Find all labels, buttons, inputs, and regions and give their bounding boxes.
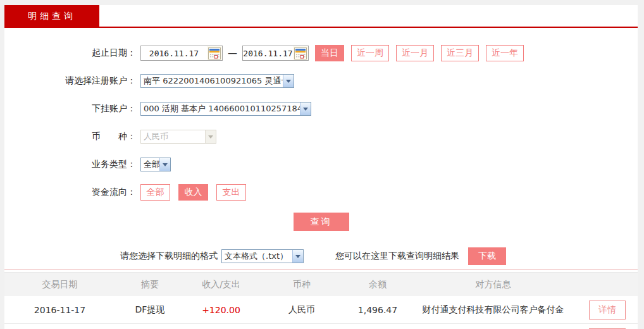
sub-account-select[interactable]: 000 活期 基本户 1406600101102571848 <box>140 102 311 116</box>
quick-range-today-button[interactable]: 当日 <box>315 45 344 61</box>
tab-detail-query[interactable]: 明细查询 <box>4 5 99 28</box>
download-row: 请您选择下载明细的格式 文本格式（.txt） 您可以在这里下载查询明细结果 下载 <box>4 247 638 265</box>
table-row-partial: 详情 <box>4 324 638 329</box>
quick-range-3months-button[interactable]: 近三月 <box>441 45 479 61</box>
end-date-input[interactable]: 2016.11.17 <box>242 46 309 61</box>
start-date-value[interactable]: 2016.11.17 <box>141 49 207 58</box>
currency-row: 币 种： 人民币 <box>4 128 638 145</box>
register-account-value[interactable]: 南平 6222001406100921065 灵通卡 <box>141 75 283 87</box>
cell-balance: 1,496.47 <box>346 305 409 315</box>
currency-label: 币 种： <box>4 131 136 142</box>
results-table: 交易日期 摘要 收入/支出 币种 余额 对方信息 2016-11-17 DF提现… <box>4 272 638 329</box>
currency-select: 人民币 <box>140 130 216 144</box>
section-divider <box>4 269 638 270</box>
calendar-icon[interactable] <box>207 46 222 60</box>
date-range-separator: — <box>228 47 237 59</box>
table-row: 2016-11-17 DF提现 +120.00 人民币 1,496.47 财付通… <box>4 296 638 324</box>
header-summary: 摘要 <box>115 279 185 290</box>
fund-flow-label: 资金流向： <box>4 187 136 198</box>
table-header-row: 交易日期 摘要 收入/支出 币种 余额 对方信息 <box>4 272 638 296</box>
header-amount: 收入/支出 <box>185 279 257 290</box>
start-date-input[interactable]: 2016.11.17 <box>140 46 223 61</box>
query-button[interactable]: 查询 <box>294 213 349 231</box>
fund-flow-expense-button[interactable]: 支出 <box>216 184 246 201</box>
header-currency: 币种 <box>257 279 346 290</box>
dropdown-arrow-icon[interactable] <box>300 102 311 115</box>
calendar-icon[interactable] <box>293 46 308 60</box>
date-range-row: 起止日期： 2016.11.17 <box>4 45 638 61</box>
header-date: 交易日期 <box>4 279 115 290</box>
business-type-row: 业务类型： 全部 <box>4 156 638 173</box>
register-account-label: 请选择注册账户： <box>4 75 136 87</box>
dropdown-arrow-icon[interactable] <box>159 158 170 171</box>
cell-date: 2016-11-17 <box>4 305 115 315</box>
sub-account-value[interactable]: 000 活期 基本户 1406600101102571848 <box>141 103 300 115</box>
business-type-label: 业务类型： <box>4 159 136 170</box>
cell-summary: DF提现 <box>115 304 185 316</box>
header-balance: 余额 <box>346 279 409 290</box>
download-format-value[interactable]: 文本格式（.txt） <box>222 251 292 262</box>
sub-account-row: 下挂账户： 000 活期 基本户 1406600101102571848 <box>4 101 638 117</box>
quick-range-month-button[interactable]: 近一月 <box>396 45 434 61</box>
business-type-select[interactable]: 全部 <box>140 158 171 171</box>
register-account-select[interactable]: 南平 6222001406100921065 灵通卡 <box>140 74 294 88</box>
query-button-row: 查询 <box>4 213 638 231</box>
quick-range-week-button[interactable]: 近一周 <box>351 45 389 61</box>
sub-account-label: 下挂账户： <box>4 103 136 115</box>
download-format-label: 请您选择下载明细的格式 <box>120 251 218 262</box>
download-format-select[interactable]: 文本格式（.txt） <box>221 249 304 263</box>
fund-flow-row: 资金流向： 全部 收入 支出 <box>4 184 638 201</box>
detail-button[interactable]: 详情 <box>589 301 626 320</box>
query-form: 起止日期： 2016.11.17 <box>4 28 638 231</box>
currency-value: 人民币 <box>141 131 205 142</box>
dropdown-arrow-icon <box>205 130 216 143</box>
business-type-value[interactable]: 全部 <box>141 159 159 170</box>
header-counterparty: 对方信息 <box>409 279 577 290</box>
date-range-label: 起止日期： <box>4 47 136 59</box>
dropdown-arrow-icon[interactable] <box>292 250 303 263</box>
end-date-value[interactable]: 2016.11.17 <box>243 49 293 58</box>
fund-flow-all-button[interactable]: 全部 <box>140 184 170 201</box>
tab-bar: 明细查询 <box>4 5 638 28</box>
cell-amount: +120.00 <box>185 305 257 315</box>
download-button[interactable]: 下载 <box>468 247 506 265</box>
cell-currency: 人民币 <box>257 304 346 316</box>
cell-counterparty: 财付通支付科技有限公司客户备付金 <box>409 304 577 316</box>
download-hint: 您可以在这里下载查询明细结果 <box>335 251 459 262</box>
register-account-row: 请选择注册账户： 南平 6222001406100921065 灵通卡 <box>4 73 638 89</box>
dropdown-arrow-icon[interactable] <box>283 75 294 87</box>
quick-range-year-button[interactable]: 近一年 <box>486 45 524 61</box>
content-panel: 明细查询 起止日期： 2016.11.17 <box>4 5 638 329</box>
fund-flow-income-button[interactable]: 收入 <box>178 184 208 201</box>
